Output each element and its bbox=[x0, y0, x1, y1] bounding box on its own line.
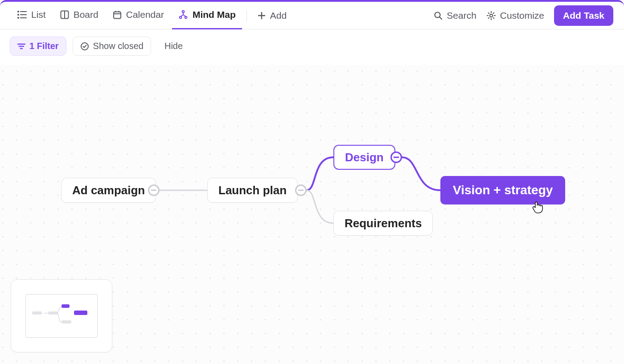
plus-icon bbox=[258, 12, 266, 20]
add-view-label: Add bbox=[270, 10, 287, 21]
show-closed-chip[interactable]: Show closed bbox=[73, 37, 151, 56]
mindmap-node-design[interactable]: Design bbox=[333, 145, 395, 170]
search-label: Search bbox=[447, 10, 476, 21]
filter-chip[interactable]: 1 Filter bbox=[10, 37, 66, 56]
svg-point-0 bbox=[18, 11, 19, 12]
tab-label: Calendar bbox=[126, 9, 164, 20]
list-icon bbox=[17, 10, 27, 19]
minimap-viewport[interactable] bbox=[25, 294, 98, 338]
svg-rect-8 bbox=[114, 12, 121, 19]
search-icon bbox=[434, 11, 443, 20]
tab-mind-map[interactable]: Mind Map bbox=[172, 2, 242, 29]
node-label: Design bbox=[345, 151, 384, 164]
node-label: Vision + strategy bbox=[453, 183, 553, 197]
add-task-label: Add Task bbox=[563, 10, 604, 20]
tab-label: Mind Map bbox=[193, 9, 236, 20]
minimap[interactable] bbox=[11, 279, 112, 352]
hide-button[interactable]: Hide bbox=[157, 37, 190, 55]
tab-label: List bbox=[31, 9, 46, 20]
check-circle-icon bbox=[80, 42, 89, 51]
mindmap-node-launch[interactable]: Launch plan bbox=[207, 178, 298, 203]
filter-icon bbox=[17, 43, 25, 49]
add-view-button[interactable]: Add bbox=[251, 10, 293, 21]
view-tabs-bar: List Board Calendar bbox=[0, 2, 624, 29]
customize-button[interactable]: Customize bbox=[486, 10, 544, 21]
topbar-actions: Search Customize Add Task bbox=[434, 5, 613, 26]
board-icon bbox=[60, 10, 69, 19]
gear-icon bbox=[486, 11, 496, 20]
tab-calendar[interactable]: Calendar bbox=[107, 2, 170, 29]
hide-label: Hide bbox=[164, 41, 183, 51]
calendar-icon bbox=[113, 10, 122, 19]
tab-board[interactable]: Board bbox=[54, 2, 105, 29]
show-closed-label: Show closed bbox=[93, 41, 144, 51]
node-label: Requirements bbox=[345, 217, 422, 230]
divider bbox=[246, 10, 247, 21]
customize-label: Customize bbox=[500, 10, 544, 21]
filter-bar: 1 Filter Show closed Hide bbox=[0, 29, 624, 63]
tab-label: Board bbox=[74, 9, 99, 20]
filter-chip-label: 1 Filter bbox=[29, 41, 59, 51]
minimap-node bbox=[74, 311, 87, 315]
svg-point-2 bbox=[18, 14, 19, 15]
minimap-node bbox=[62, 320, 71, 323]
svg-line-18 bbox=[439, 17, 442, 19]
svg-point-19 bbox=[490, 14, 493, 16]
mindmap-node-root[interactable]: Ad campaign bbox=[61, 178, 156, 203]
minimap-node bbox=[32, 311, 42, 315]
tab-list[interactable]: List bbox=[11, 2, 52, 29]
mindmap-icon bbox=[178, 10, 188, 20]
mindmap-node-requirements[interactable]: Requirements bbox=[333, 211, 433, 236]
minimap-edges bbox=[44, 306, 62, 326]
mindmap-node-vision[interactable]: Vision + strategy bbox=[440, 176, 565, 204]
search-button[interactable]: Search bbox=[434, 10, 476, 21]
mindmap-canvas[interactable]: Ad campaign Launch plan Design Requireme… bbox=[0, 65, 624, 364]
minimap-node bbox=[62, 304, 70, 308]
view-tabs: List Board Calendar bbox=[11, 2, 293, 29]
svg-point-4 bbox=[18, 17, 19, 18]
add-task-button[interactable]: Add Task bbox=[554, 5, 613, 26]
node-label: Launch plan bbox=[218, 184, 287, 197]
node-label: Ad campaign bbox=[72, 184, 145, 197]
